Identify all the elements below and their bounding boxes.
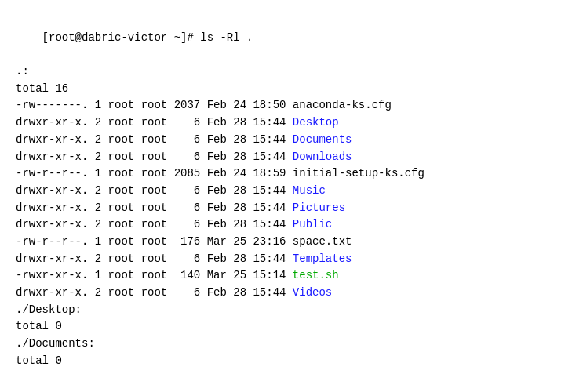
line-prefix: drwxr-xr-x. 2 root root 6 Feb 28 15:44	[16, 201, 293, 214]
terminal-line: drwxr-xr-x. 2 root root 6 Feb 28 15:44 V…	[16, 285, 567, 302]
line-filename: Templates	[293, 252, 352, 265]
terminal-line: drwxr-xr-x. 2 root root 6 Feb 28 15:44 T…	[16, 251, 567, 268]
line-prefix: -rw-------. 1 root root 2037 Feb 24 18:5…	[16, 99, 293, 111]
terminal-line: drwxr-xr-x. 2 root root 6 Feb 28 15:44 P…	[16, 200, 567, 217]
line-prefix: drwxr-xr-x. 2 root root 6 Feb 28 15:44	[16, 184, 293, 197]
terminal-line: ./Documents:	[16, 336, 567, 353]
line-prefix: drwxr-xr-x. 2 root root 6 Feb 28 15:44	[16, 116, 293, 129]
line-prefix: -rw-r--r--. 1 root root 2085 Feb 24 18:5…	[16, 167, 293, 180]
line-prefix: drwxr-xr-x. 2 root root 6 Feb 28 15:44	[16, 133, 293, 146]
line-filename: test.sh	[293, 269, 339, 281]
terminal-line: drwxr-xr-x. 2 root root 6 Feb 28 15:44 M…	[16, 183, 567, 200]
line-filename: Public	[293, 218, 332, 230]
line-filename: initial-setup-ks.cfg	[293, 167, 424, 180]
line-filename: Documents	[293, 133, 352, 146]
line-filename: Downloads	[293, 151, 352, 163]
terminal-line: drwxr-xr-x. 2 root root 6 Feb 28 15:44 D…	[16, 114, 567, 132]
terminal-line: drwxr-xr-x. 2 root root 6 Feb 28 15:44 P…	[16, 216, 567, 234]
terminal-line: total 16	[16, 81, 567, 98]
terminal-line: total 0	[16, 318, 567, 336]
terminal-line: ./Desktop:	[16, 302, 567, 319]
line-prefix: -rwxr-xr-x. 1 root root 140 Mar 25 15:14	[16, 269, 293, 281]
terminal-line: -rwxr-xr-x. 1 root root 140 Mar 25 15:14…	[16, 267, 567, 285]
terminal-line: total 0	[16, 353, 567, 370]
terminal: [root@dabric-victor ~]# ls -Rl . .:total…	[16, 13, 567, 379]
line-prefix: drwxr-xr-x. 2 root root 6 Feb 28 15:44	[16, 151, 293, 163]
line-filename: Pictures	[293, 201, 345, 214]
line-filename: Videos	[293, 286, 332, 299]
terminal-line: drwxr-xr-x. 2 root root 6 Feb 28 15:44 D…	[16, 149, 567, 166]
line-filename: Music	[293, 184, 326, 197]
terminal-line: -rw-r--r--. 1 root root 2085 Feb 24 18:5…	[16, 165, 567, 183]
terminal-line: drwxr-xr-x. 2 root root 6 Feb 28 15:44 D…	[16, 132, 567, 149]
prompt-text: [root@dabric-victor ~]# ls -Rl .	[42, 31, 253, 44]
line-filename: Desktop	[293, 116, 339, 129]
terminal-line: -rw-r--r--. 1 root root 176 Mar 25 23:16…	[16, 234, 567, 251]
line-prefix: -rw-r--r--. 1 root root 176 Mar 25 23:16	[16, 235, 293, 248]
terminal-line: -rw-------. 1 root root 2037 Feb 24 18:5…	[16, 97, 567, 114]
line-prefix: drwxr-xr-x. 2 root root 6 Feb 28 15:44	[16, 252, 293, 265]
prompt-line: [root@dabric-victor ~]# ls -Rl .	[16, 13, 567, 64]
terminal-line: .:	[16, 64, 567, 81]
line-prefix: drwxr-xr-x. 2 root root 6 Feb 28 15:44	[16, 218, 293, 230]
line-filename: space.txt	[293, 235, 352, 248]
line-filename: anaconda-ks.cfg	[293, 99, 392, 111]
line-prefix: drwxr-xr-x. 2 root root 6 Feb 28 15:44	[16, 286, 293, 299]
